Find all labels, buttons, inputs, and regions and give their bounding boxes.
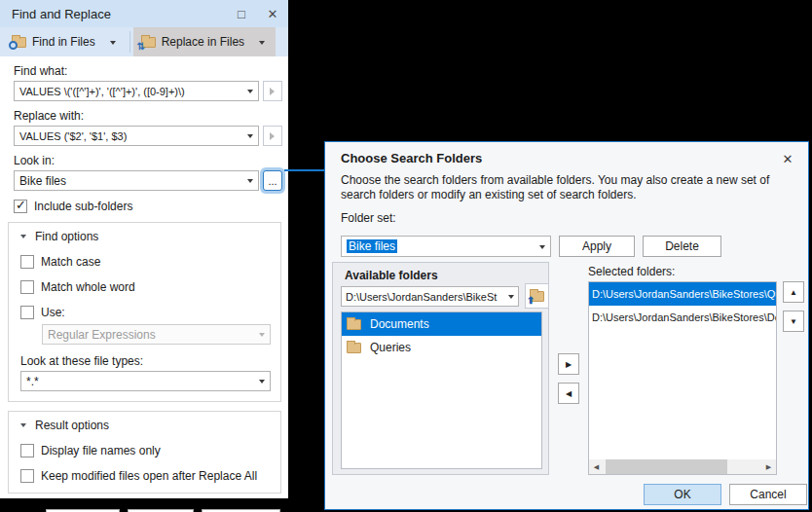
selected-folders-list[interactable]: D:\Users\JordanSanders\BikeStores\Qu D:\… [588,281,777,475]
available-path-combobox[interactable]: D:\Users\JordanSanders\BikeSt [341,286,519,307]
find-options-header[interactable]: Find options [20,230,275,243]
match-case-label: Match case [41,255,100,269]
match-case-row[interactable]: Match case [20,255,271,269]
window-title: Find and Replace [12,7,111,21]
display-file-names-row[interactable]: Display file names only [20,444,271,457]
folder-set-label: Folder set: [341,211,396,225]
move-up-button[interactable]: ▲ [783,281,804,303]
available-folders-list[interactable]: Documents Queries [341,311,542,469]
folder-set-value: Bike files [347,239,397,253]
look-in-combobox[interactable]: Bike files [14,170,259,191]
display-file-names-checkbox[interactable] [20,444,34,457]
find-replace-window: Find and Replace □ ✕ Find in Files [0,0,288,498]
titlebar[interactable]: Find and Replace □ ✕ [0,0,288,27]
look-in-value: Bike files [19,174,66,188]
chevron-down-icon [247,134,253,141]
list-item-queries[interactable]: Queries [342,336,541,359]
find-what-value: VALUES \('([^']+)', '([^']+)', ([0-9]+)\… [19,86,185,97]
find-what-expression-builder-button[interactable] [263,81,282,101]
scrollbar-thumb[interactable] [606,459,727,474]
arrow-up-icon: ▲ [790,288,797,297]
available-folders-header: Available folders [345,269,438,282]
chevron-down-icon [539,245,545,252]
replace-in-files-dropdown[interactable] [250,27,274,56]
keep-modified-row[interactable]: Keep modified files open after Replace A… [20,469,271,483]
file-types-combobox[interactable]: *.* [20,371,271,391]
collapse-triangle-icon [20,423,26,430]
dialog-title: Choose Search Folders [341,151,482,165]
horizontal-scrollbar[interactable]: ◀ ▶ [589,459,776,474]
remove-folder-button[interactable]: ◀ [558,383,579,404]
chevron-right-icon [270,88,278,95]
ok-button[interactable]: OK [644,484,721,505]
scrollbar-track[interactable] [604,459,761,474]
cancel-button[interactable]: Cancel [729,484,807,505]
replace-in-files-group: Replace in Files [133,27,276,56]
folder-set-combobox[interactable]: Bike files [341,236,551,257]
list-item-documents[interactable]: Documents [342,312,541,336]
chevron-right-icon [270,132,278,140]
folder-name: Documents [370,317,429,331]
display-file-names-label: Display file names only [41,444,161,457]
choose-search-folders-dialog: Choose Search Folders ✕ Choose the searc… [324,141,809,510]
arrow-down-icon: ▼ [790,317,797,326]
find-in-files-label: Find in Files [32,35,95,49]
up-one-level-button[interactable] [525,283,549,309]
find-what-combobox[interactable]: VALUES \('([^']+)', '([^']+)', ([0-9]+)\… [14,81,259,101]
use-row[interactable]: Use: [20,306,271,319]
find-in-files-dropdown[interactable] [101,27,125,56]
look-in-label: Look in: [14,154,275,167]
maximize-icon[interactable]: □ [226,0,257,27]
keep-modified-checkbox[interactable] [20,469,34,483]
browse-folders-button[interactable]: ... [263,170,282,191]
folder-up-icon [530,291,544,302]
find-in-files-button[interactable]: Find in Files [6,27,101,56]
folder-icon [347,319,361,330]
selected-folders-label: Selected folders: [588,265,675,278]
connector-line [284,169,324,171]
chevron-down-icon [110,41,116,48]
use-label: Use: [41,306,65,319]
arrow-left-icon: ◀ [566,389,572,398]
close-icon[interactable]: ✕ [257,0,288,27]
apply-button[interactable]: Apply [559,236,635,257]
use-method-combobox: Regular Expressions [42,324,271,345]
result-options-header[interactable]: Result options [20,419,275,432]
path-text: D:\Users\JordanSanders\BikeStores\Qu [592,288,776,300]
replace-with-expression-builder-button[interactable] [263,126,282,146]
collapse-triangle-icon [20,235,26,241]
match-case-checkbox[interactable] [20,255,34,269]
result-options-title: Result options [35,419,109,432]
replace-in-files-label: Replace in Files [162,35,244,49]
replace-with-combobox[interactable]: VALUES ('$2', '$1', $3) [14,126,259,146]
folder-name: Queries [370,341,411,354]
selected-path-item[interactable]: D:\Users\JordanSanders\BikeStores\Do [589,306,776,329]
include-subfolders-label: Include sub-folders [34,200,132,213]
find-what-label: Find what: [14,64,275,78]
folder-icon [347,343,361,353]
find-options-title: Find options [35,230,98,243]
selected-path-item[interactable]: D:\Users\JordanSanders\BikeStores\Qu [589,282,776,306]
toolbar-separator [129,31,130,53]
include-subfolders-checkbox-row[interactable]: Include sub-folders [14,200,275,213]
keep-modified-label: Keep modified files open after Replace A… [41,469,257,483]
mode-toolbar: Find in Files Replace in Files [0,27,288,56]
file-types-value: *.* [26,375,39,388]
match-whole-word-checkbox[interactable] [20,280,34,294]
scroll-right-icon[interactable]: ▶ [761,459,776,474]
include-subfolders-checkbox[interactable] [14,200,27,213]
move-down-button[interactable]: ▼ [783,311,804,332]
close-icon[interactable]: ✕ [777,149,798,168]
replace-with-value: VALUES ('$2', '$1', $3) [19,130,127,142]
delete-button[interactable]: Delete [643,236,721,257]
available-folders-group: Available folders D:\Users\JordanSanders… [332,262,549,475]
match-whole-word-row[interactable]: Match whole word [20,280,271,294]
scroll-left-icon[interactable]: ◀ [589,459,604,474]
replace-in-files-button[interactable]: Replace in Files [135,27,250,56]
find-in-files-group: Find in Files [4,27,127,56]
chevron-down-icon [247,179,253,186]
match-whole-word-label: Match whole word [41,280,135,294]
add-folder-button[interactable]: ▶ [558,353,579,375]
use-checkbox[interactable] [20,306,34,319]
find-options-group: Find options Match case Match whole word… [8,222,281,402]
